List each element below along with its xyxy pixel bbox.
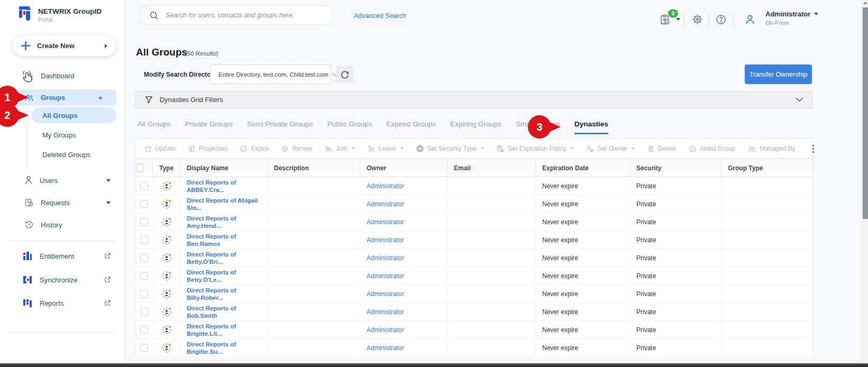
column-header[interactable]: Type xyxy=(153,159,180,177)
group-name-link[interactable]: Direct Reports of Billy.Rober... xyxy=(187,287,236,301)
column-header[interactable]: Display Name xyxy=(180,159,268,177)
table-row: Direct Reports of Betty.O'Le... Administ… xyxy=(136,267,813,285)
gear-icon[interactable] xyxy=(692,14,703,25)
user-icon[interactable] xyxy=(745,14,755,25)
tab-expiring-groups[interactable]: Expiring Groups xyxy=(450,120,501,134)
row-checkbox[interactable] xyxy=(140,272,148,280)
owner-cell: Administrator xyxy=(360,267,447,285)
expiration-date-cell: Never expire xyxy=(536,195,630,213)
sidebar-item-label: My Groups xyxy=(42,131,76,139)
update-button[interactable]: Update xyxy=(144,145,176,153)
properties-button[interactable]: Properties xyxy=(188,145,228,153)
grid-filters-bar[interactable]: Dynasties Grid Filters xyxy=(135,91,812,108)
sidebar-item-reports[interactable]: Reports xyxy=(0,297,125,309)
column-header[interactable]: Description xyxy=(268,159,360,177)
row-checkbox[interactable] xyxy=(140,326,148,334)
column-header[interactable]: Group Type xyxy=(721,159,813,177)
sidebar-item-my-groups[interactable]: My Groups xyxy=(32,129,116,141)
help-icon[interactable] xyxy=(716,14,726,25)
tab-expired-groups[interactable]: Expired Groups xyxy=(386,120,436,134)
tab-semi-private-groups[interactable]: Semi Private Groups xyxy=(247,120,313,134)
brand-logo[interactable]: NETWRIX GroupID Portal xyxy=(18,6,102,23)
sidebar-item-users[interactable]: Users xyxy=(0,174,125,187)
row-checkbox[interactable] xyxy=(140,200,148,208)
description-cell xyxy=(268,267,360,285)
group-name-link[interactable]: Direct Reports of Bob.Smith xyxy=(187,305,236,319)
owner-link[interactable]: Administrator xyxy=(367,344,404,352)
sidebar-item-history[interactable]: History xyxy=(0,218,125,231)
dynasty-group-icon xyxy=(153,252,180,264)
tab-dynasties[interactable]: Dynasties xyxy=(574,120,608,134)
owner-link[interactable]: Administrator xyxy=(367,290,404,298)
owner-link[interactable]: Administrator xyxy=(367,308,404,316)
set-security-type-button[interactable]: Set Security Type xyxy=(416,144,485,153)
leave-button[interactable]: Leave xyxy=(367,145,404,153)
group-name-link[interactable]: Direct Reports of Brigitte.Lit... xyxy=(187,323,236,337)
owner-link[interactable]: Administrator xyxy=(367,200,404,208)
more-actions-button[interactable] xyxy=(812,144,815,153)
create-new-button[interactable]: Create New xyxy=(13,35,116,57)
attest-group-button[interactable]: Attest Group xyxy=(689,145,735,153)
tab-private-groups[interactable]: Private Groups xyxy=(185,120,233,134)
sidebar-item-requests[interactable]: Requests xyxy=(0,196,125,209)
scroll-up-arrow-icon[interactable] xyxy=(863,2,867,4)
tasks-icon[interactable]: 0 xyxy=(659,14,671,25)
group-name-link[interactable]: Direct Reports of Amy.Hend... xyxy=(187,215,236,229)
row-checkbox[interactable] xyxy=(140,344,148,352)
sidebar-item-deleted-groups[interactable]: Deleted Groups xyxy=(32,148,116,161)
search-input[interactable] xyxy=(166,12,325,19)
managed-by-button[interactable]: Managed By xyxy=(747,145,795,153)
column-header[interactable]: Email xyxy=(447,159,536,177)
sidebar-item-label: Requests xyxy=(41,199,70,207)
row-checkbox[interactable] xyxy=(140,308,148,316)
select-all-checkbox[interactable] xyxy=(136,164,144,172)
security-cell: Private xyxy=(630,303,721,321)
group-name-link[interactable]: Direct Reports of Betty.O'Le... xyxy=(187,269,236,283)
group-name-link[interactable]: Direct Reports of ABBEY.Cra... xyxy=(187,179,236,193)
vertical-scrollbar[interactable] xyxy=(862,0,868,363)
row-checkbox[interactable] xyxy=(140,218,148,226)
row-checkbox[interactable] xyxy=(140,290,148,298)
set-owner-button[interactable]: Set Owner xyxy=(586,144,635,153)
row-checkbox[interactable] xyxy=(140,236,148,244)
delete-button[interactable]: Delete xyxy=(647,145,677,153)
owner-link[interactable]: Administrator xyxy=(367,218,404,226)
caret-down-icon[interactable] xyxy=(676,18,680,21)
tab-all-groups[interactable]: All Groups xyxy=(138,120,171,134)
owner-link[interactable]: Administrator xyxy=(367,254,404,262)
column-header[interactable]: Expiration Date xyxy=(536,159,630,177)
expire-button[interactable]: Expire xyxy=(240,145,269,153)
row-checkbox[interactable] xyxy=(140,182,148,190)
sidebar-item-dashboard[interactable]: Dashboard xyxy=(0,69,125,82)
transfer-ownership-button[interactable]: Transfer Ownership xyxy=(745,65,812,84)
external-link-icon xyxy=(104,300,111,306)
column-header[interactable]: Owner xyxy=(360,159,447,177)
sidebar-item-all-groups[interactable]: All Groups xyxy=(32,107,116,123)
display-name-cell: Direct Reports of Brigitte.Su... xyxy=(180,339,268,357)
owner-link[interactable]: Administrator xyxy=(367,182,404,190)
group-type-cell xyxy=(721,249,813,267)
directory-select[interactable]: Entire Directory, test.com, Child.test.c… xyxy=(210,65,331,84)
set-expiration-policy-button[interactable]: Set Expiration Policy xyxy=(496,144,573,153)
sidebar-item-synchronize[interactable]: Synchronize xyxy=(0,273,125,286)
group-name-link[interactable]: Direct Reports of Ben.Ramos xyxy=(187,233,236,247)
display-name-cell: Direct Reports of Bob.Smith xyxy=(180,303,268,321)
renew-button[interactable]: Renew xyxy=(281,145,312,153)
owner-cell: Administrator xyxy=(360,249,447,267)
tab-public-groups[interactable]: Public Groups xyxy=(327,120,372,134)
owner-link[interactable]: Administrator xyxy=(367,272,404,280)
user-menu[interactable]: Administrator On-Prem xyxy=(765,10,818,26)
owner-link[interactable]: Administrator xyxy=(367,236,404,244)
owner-link[interactable]: Administrator xyxy=(367,326,404,334)
group-name-link[interactable]: Direct Reports of Betty.O'Bri... xyxy=(187,251,236,265)
join-button[interactable]: Join xyxy=(324,145,355,153)
refresh-button[interactable] xyxy=(336,66,353,83)
group-name-link[interactable]: Direct Reports of Abigail Sto... xyxy=(187,197,258,211)
row-checkbox[interactable] xyxy=(140,254,148,262)
column-header[interactable]: Security xyxy=(630,159,721,177)
sidebar-item-entitlement[interactable]: Entitlement xyxy=(0,250,125,262)
group-name-link[interactable]: Direct Reports of Brigitte.Su... xyxy=(187,341,236,355)
advanced-search-link[interactable]: Advanced Search xyxy=(354,12,406,20)
dynasty-group-icon xyxy=(153,180,180,192)
scrollbar-thumb[interactable] xyxy=(863,7,868,219)
